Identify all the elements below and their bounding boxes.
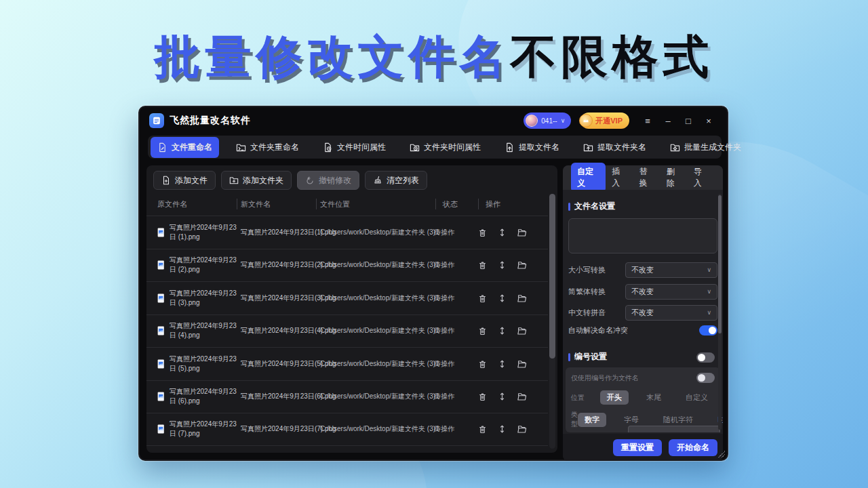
tab-extract-filename[interactable]: 提取文件名 — [498, 137, 566, 158]
move-vertical-icon[interactable] — [497, 326, 507, 336]
conflict-toggle[interactable] — [699, 325, 717, 336]
page-background: 批量修改文件名不限格式 飞然批量改名软件 041-- ∨ — [0, 0, 868, 488]
case-convert-select[interactable]: 不改变∨ — [625, 262, 717, 278]
move-vertical-icon[interactable] — [497, 424, 507, 434]
numbering-format-select[interactable] — [628, 426, 720, 432]
tab-file-time[interactable]: 文件时间属性 — [316, 137, 393, 158]
original-filename: 写真照片2024年9月23日 (5).png — [170, 354, 241, 373]
settings-tab-delete[interactable]: 删除 — [660, 163, 688, 192]
settings-scrollbar-thumb[interactable] — [718, 195, 722, 333]
reset-settings-button[interactable]: 重置设置 — [613, 439, 662, 456]
type-option[interactable]: 数字 — [578, 413, 606, 427]
open-folder-icon[interactable] — [517, 424, 527, 434]
file-path: C:/Users/work/Desktop/新建文件夹 (3)1 — [320, 392, 439, 401]
account-button[interactable]: 041-- ∨ — [524, 113, 571, 129]
start-rename-button[interactable]: 开始命名 — [669, 439, 717, 456]
column-separator — [435, 199, 436, 209]
trash-icon[interactable] — [477, 227, 488, 237]
type-segment: 数字字母随机字符时间 — [578, 413, 723, 427]
new-filename: 写真照片2024年9月23日(1).png — [241, 228, 317, 237]
move-vertical-icon[interactable] — [497, 359, 507, 369]
trash-icon[interactable] — [477, 260, 488, 270]
maximize-button[interactable]: □ — [679, 113, 697, 129]
open-folder-icon[interactable] — [517, 392, 527, 402]
resize-grip[interactable] — [718, 451, 725, 458]
settings-content: 文件名设置 大小写转换不改变∨简繁体转换不改变∨中文转拼音不改变∨ 自动解决命名… — [563, 190, 723, 434]
file-path: C:/Users/work/Desktop/新建文件夹 (3)1 — [320, 326, 439, 336]
type-option[interactable]: 字母 — [617, 413, 646, 427]
new-filename: 写真照片2024年9月23日(2).png — [241, 260, 317, 270]
position-option[interactable]: 末尾 — [639, 390, 668, 405]
numbering-options-panel: 仅使用编号作为文件名 位置 开头末尾自定义 类型 数字字母随机字符时间 — [566, 367, 720, 432]
file-extract-icon — [505, 142, 515, 152]
status-text: 待操作 — [434, 359, 454, 369]
tab-extract-foldername[interactable]: 提取文件夹名 — [576, 137, 653, 158]
chevron-down-icon: ∨ — [707, 266, 711, 273]
open-folder-icon[interactable] — [517, 260, 527, 270]
case-convert-row: 大小写转换不改变∨ — [568, 262, 717, 278]
open-folder-icon[interactable] — [517, 359, 527, 369]
row-actions — [477, 424, 532, 434]
file-plus-icon — [161, 176, 171, 185]
status-text: 待操作 — [434, 424, 454, 434]
trash-icon[interactable] — [477, 392, 488, 402]
vip-button[interactable]: 开通VIP — [580, 113, 629, 129]
add-folder-button[interactable]: 添加文件夹 — [221, 171, 292, 190]
settings-tab-replace[interactable]: 替换 — [633, 163, 660, 192]
tab-folder-rename[interactable]: 文件夹重命名 — [229, 137, 306, 158]
filename-input[interactable] — [568, 218, 717, 253]
position-option[interactable]: 自定义 — [679, 390, 715, 405]
table-row: 写真照片2024年9月23日 (3).png写真照片2024年9月23日(3).… — [146, 281, 548, 314]
type-option[interactable]: 随机字符 — [656, 413, 700, 427]
file-toolbar: 添加文件添加文件夹撤销修改清空列表 — [153, 171, 427, 190]
only-number-toggle[interactable] — [696, 373, 715, 383]
add-file-button[interactable]: 添加文件 — [153, 171, 216, 190]
open-folder-icon[interactable] — [517, 227, 527, 237]
trash-icon[interactable] — [477, 293, 488, 303]
minimize-button[interactable]: – — [659, 113, 677, 129]
table-body: 写真照片2024年9月23日 (1).png写真照片2024年9月23日(1).… — [146, 216, 548, 446]
row-actions — [477, 326, 532, 336]
main-tab-bar: 文件重命名文件夹重命名文件时间属性文件夹时间属性提取文件名提取文件夹名批量生成文… — [148, 136, 722, 159]
menu-button[interactable]: ≡ — [639, 113, 656, 129]
settings-tab-custom[interactable]: 自定义 — [571, 163, 606, 192]
clear-list-button[interactable]: 清空列表 — [365, 171, 427, 190]
settings-tab-insert[interactable]: 插入 — [606, 163, 633, 192]
close-button[interactable]: × — [700, 113, 717, 129]
file-rename-icon — [157, 142, 167, 152]
tab-batch-create-folder[interactable]: 批量生成文件夹 — [663, 137, 748, 158]
pinyin-convert-select[interactable]: 不改变∨ — [625, 305, 717, 321]
trash-icon[interactable] — [477, 326, 488, 336]
folder-plus-icon — [229, 176, 239, 185]
table-scrollbar[interactable] — [549, 194, 555, 449]
table-scrollbar-thumb[interactable] — [549, 194, 555, 359]
tab-file-rename[interactable]: 文件重命名 — [151, 137, 219, 158]
move-vertical-icon[interactable] — [497, 392, 507, 402]
open-folder-icon[interactable] — [517, 326, 527, 336]
status-text: 待操作 — [434, 392, 454, 401]
simp-trad-convert-select[interactable]: 不改变∨ — [625, 284, 717, 300]
settings-scrollbar[interactable] — [718, 194, 722, 430]
table-row: 写真照片2024年9月23日 (1).png写真照片2024年9月23日(1).… — [146, 216, 548, 249]
folder-time-icon — [410, 142, 420, 152]
move-vertical-icon[interactable] — [497, 260, 507, 270]
select-label: 简繁体转换 — [568, 287, 606, 297]
select-label: 大小写转换 — [568, 265, 606, 275]
settings-tab-import[interactable]: 导入 — [688, 163, 715, 192]
title-bar-left: 飞然批量改名软件 — [149, 113, 251, 128]
new-filename: 写真照片2024年9月23日(3).png — [241, 293, 317, 303]
position-row: 位置 开头末尾自定义 — [571, 390, 715, 405]
window-title: 飞然批量改名软件 — [170, 115, 251, 127]
original-filename: 写真照片2024年9月23日 (2).png — [170, 256, 241, 274]
trash-icon[interactable] — [477, 359, 488, 369]
tab-folder-time[interactable]: 文件夹时间属性 — [403, 137, 488, 158]
open-folder-icon[interactable] — [517, 293, 527, 303]
move-vertical-icon[interactable] — [497, 293, 507, 303]
move-vertical-icon[interactable] — [497, 227, 507, 237]
numbering-toggle[interactable] — [696, 352, 715, 363]
chevron-down-icon: ∨ — [707, 288, 711, 295]
trash-icon[interactable] — [477, 424, 488, 434]
chevron-down-icon: ∨ — [707, 309, 711, 316]
position-option[interactable]: 开头 — [600, 390, 629, 405]
only-number-row: 仅使用编号作为文件名 — [571, 373, 715, 383]
